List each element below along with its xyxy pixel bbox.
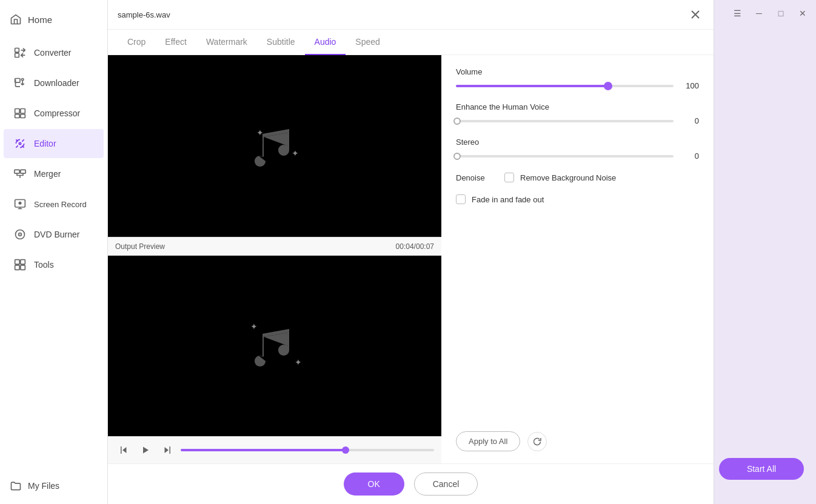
volume-group: Volume 100 [456, 67, 699, 90]
stereo-group: Stereo 0 [456, 138, 699, 161]
svg-rect-7 [21, 114, 25, 118]
sidebar-home-label: Home [28, 15, 52, 25]
skip-forward-button[interactable] [159, 442, 176, 459]
fade-label: Fade in and fade out [472, 195, 544, 204]
dvd-burner-icon [13, 228, 27, 241]
output-preview-bar: Output Preview 00:04/00:07 [108, 237, 441, 256]
sparkle-top-left: ✦ [256, 128, 264, 138]
progress-bar[interactable] [181, 449, 434, 451]
enhance-slider-row: 0 [456, 116, 699, 125]
stereo-slider-container [456, 155, 674, 158]
svg-rect-1 [15, 53, 19, 58]
home-icon [10, 13, 22, 25]
sparkle-bottom-right: ✦ [292, 148, 299, 158]
enhance-slider-thumb[interactable] [453, 118, 461, 125]
enhance-group: Enhance the Human Voice 0 [456, 102, 699, 125]
svg-rect-9 [15, 170, 19, 173]
svg-rect-0 [15, 48, 19, 53]
ok-button[interactable]: OK [344, 472, 404, 496]
dialog-titlebar: sample-6s.wav [108, 0, 714, 30]
sparkle-2: ✦ [250, 322, 258, 331]
cancel-button[interactable]: Cancel [414, 472, 478, 496]
sidebar-downloader-label: Downloader [34, 78, 79, 88]
start-all-button[interactable]: Start All [719, 458, 804, 480]
svg-rect-17 [21, 260, 25, 265]
tab-crop[interactable]: Crop [118, 30, 155, 55]
progress-thumb[interactable] [342, 446, 349, 454]
window-controls: ☰ ─ □ ✕ [729, 5, 811, 22]
audio-controls-panel: Volume 100 Enhance the Human Voice [441, 55, 714, 463]
apply-all-button[interactable]: Apply to All [456, 431, 520, 451]
stereo-slider-row: 0 [456, 151, 699, 161]
my-files-icon [10, 480, 22, 492]
sidebar-item-home[interactable]: Home [0, 6, 107, 33]
stereo-value: 0 [681, 151, 699, 161]
svg-rect-10 [21, 170, 25, 173]
compressor-icon [13, 107, 27, 120]
editor-icon [13, 137, 27, 150]
sidebar-item-converter[interactable]: Converter [4, 38, 104, 67]
svg-point-15 [19, 234, 21, 235]
enhance-label: Enhance the Human Voice [456, 102, 699, 111]
dialog-content: ✦ ✦ Output Preview 00:04/00:07 [108, 55, 714, 463]
denoise-label: Denoise [456, 173, 498, 182]
sidebar-item-tools[interactable]: Tools [4, 250, 104, 279]
window-close-button[interactable]: ✕ [794, 5, 811, 22]
video-preview-bottom: ✦ ✦ [108, 256, 441, 436]
skip-back-button[interactable] [115, 442, 132, 459]
stereo-slider-thumb[interactable] [453, 153, 461, 160]
sidebar-editor-label: Editor [34, 139, 56, 148]
volume-slider-container [456, 85, 674, 87]
sidebar-item-dvd-burner[interactable]: DVD Burner [4, 220, 104, 249]
svg-rect-6 [15, 114, 20, 118]
svg-point-12 [19, 202, 22, 205]
svg-rect-19 [21, 265, 25, 270]
editor-dialog: sample-6s.wav Crop Effect Watermark Subt… [108, 0, 714, 504]
main-area: ☰ ─ □ ✕ sample-6s.wav Crop [108, 0, 816, 504]
sidebar-item-compressor[interactable]: Compressor [4, 99, 104, 128]
screen-record-icon [13, 197, 27, 211]
volume-value: 100 [681, 81, 699, 90]
dialog-close-button[interactable] [687, 6, 704, 23]
volume-slider-row: 100 [456, 81, 699, 90]
sidebar-item-my-files[interactable]: My Files [0, 472, 107, 504]
svg-point-3 [22, 79, 24, 81]
sidebar-item-editor[interactable]: Editor [4, 129, 104, 158]
downloader-icon [13, 76, 27, 90]
sidebar-item-merger[interactable]: Merger [4, 159, 104, 188]
svg-rect-4 [15, 109, 20, 114]
apply-row: Apply to All [456, 419, 699, 451]
refresh-button[interactable] [527, 432, 547, 451]
stereo-slider-track [456, 155, 674, 158]
svg-point-8 [19, 142, 21, 144]
tab-watermark[interactable]: Watermark [196, 30, 257, 55]
remove-bg-noise-checkbox[interactable] [504, 173, 514, 182]
sidebar-dvd-burner-label: DVD Burner [34, 230, 79, 239]
sidebar-item-downloader[interactable]: Downloader [4, 68, 104, 98]
tab-subtitle[interactable]: Subtitle [257, 30, 305, 55]
sidebar-merger-label: Merger [34, 169, 61, 179]
denoise-row: Denoise Remove Background Noise [456, 173, 699, 182]
fade-row: Fade in and fade out [456, 194, 699, 204]
playback-controls [108, 436, 441, 463]
time-display: 00:04/00:07 [396, 242, 434, 251]
fade-checkbox[interactable] [456, 194, 466, 204]
tab-audio[interactable]: Audio [305, 30, 346, 55]
dialog-footer: OK Cancel [108, 463, 714, 504]
converter-icon [13, 46, 27, 59]
volume-slider-thumb[interactable] [604, 82, 612, 90]
svg-rect-16 [15, 260, 20, 265]
my-files-label: My Files [28, 481, 59, 491]
menu-button[interactable]: ☰ [729, 5, 746, 22]
music-note-icon-top [244, 116, 305, 176]
refresh-icon [532, 437, 542, 446]
volume-slider-fill [456, 85, 608, 87]
sidebar-screen-record-label: Screen Record [34, 200, 87, 209]
sidebar-item-screen-record[interactable]: Screen Record [4, 190, 104, 219]
volume-label: Volume [456, 67, 699, 76]
tab-effect[interactable]: Effect [155, 30, 196, 55]
tab-speed[interactable]: Speed [346, 30, 389, 55]
minimize-button[interactable]: ─ [751, 5, 768, 22]
maximize-button[interactable]: □ [772, 5, 789, 22]
play-button[interactable] [137, 442, 154, 459]
